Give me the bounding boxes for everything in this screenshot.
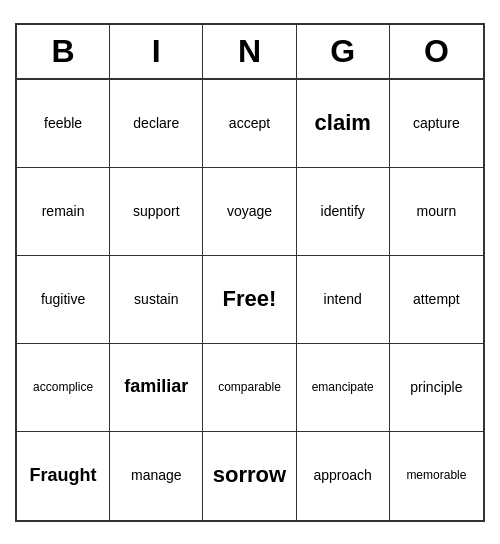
bingo-cell: feeble [17, 80, 110, 168]
bingo-cell: voyage [203, 168, 296, 256]
bingo-cell: sorrow [203, 432, 296, 520]
bingo-cell: claim [297, 80, 390, 168]
bingo-cell: identify [297, 168, 390, 256]
bingo-cell: principle [390, 344, 483, 432]
bingo-cell: emancipate [297, 344, 390, 432]
bingo-cell: intend [297, 256, 390, 344]
bingo-cell: familiar [110, 344, 203, 432]
header-letter: G [297, 25, 390, 78]
bingo-cell: support [110, 168, 203, 256]
bingo-cell: fugitive [17, 256, 110, 344]
bingo-cell: comparable [203, 344, 296, 432]
bingo-cell: capture [390, 80, 483, 168]
bingo-cell: mourn [390, 168, 483, 256]
bingo-cell: accept [203, 80, 296, 168]
bingo-grid: feebledeclareacceptclaimcaptureremainsup… [17, 80, 483, 520]
bingo-cell: remain [17, 168, 110, 256]
header-letter: O [390, 25, 483, 78]
bingo-card: BINGO feebledeclareacceptclaimcapturerem… [15, 23, 485, 522]
header-letter: B [17, 25, 110, 78]
bingo-cell: declare [110, 80, 203, 168]
header-letter: N [203, 25, 296, 78]
bingo-cell: accomplice [17, 344, 110, 432]
bingo-cell: manage [110, 432, 203, 520]
bingo-cell: attempt [390, 256, 483, 344]
bingo-cell: memorable [390, 432, 483, 520]
header-letter: I [110, 25, 203, 78]
bingo-header: BINGO [17, 25, 483, 80]
bingo-cell: Free! [203, 256, 296, 344]
bingo-cell: Fraught [17, 432, 110, 520]
bingo-cell: sustain [110, 256, 203, 344]
bingo-cell: approach [297, 432, 390, 520]
